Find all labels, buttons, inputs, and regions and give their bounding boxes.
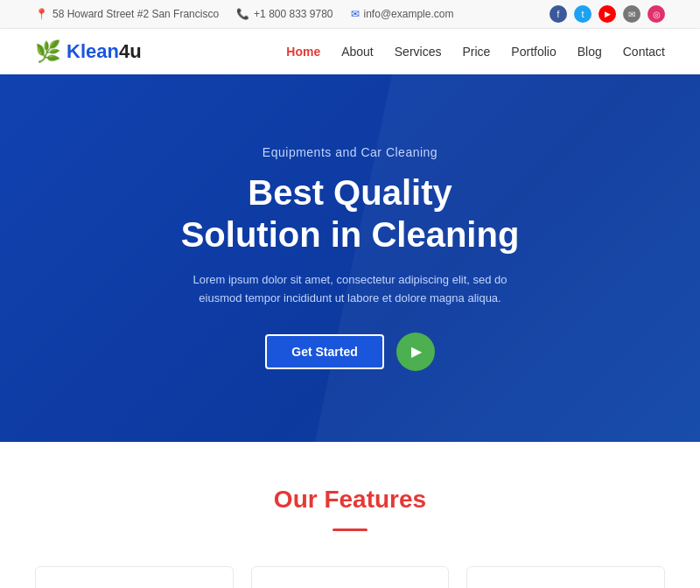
hero-content: Equipments and Car Cleaning Best Quality…	[158, 145, 542, 371]
logo-leaf-icon: 🌿	[35, 39, 61, 64]
twitter-icon[interactable]: t	[574, 5, 592, 23]
top-bar-left: 📍 58 Howard Street #2 San Francisco 📞 +1…	[35, 8, 453, 20]
features-grid: 👤 Export Team Lorem ipsum dolor sit amet…	[35, 566, 665, 588]
main-nav: Home About Services Price Portfolio Blog…	[286, 45, 665, 59]
hero-subtitle: Equipments and Car Cleaning	[175, 145, 525, 159]
phone-icon: 📞	[236, 8, 249, 20]
feature-card-0: 👤 Export Team Lorem ipsum dolor sit amet…	[35, 566, 234, 588]
address-text: 58 Howard Street #2 San Francisco	[52, 8, 219, 20]
nav-about[interactable]: About	[341, 45, 374, 59]
features-title: Our Features	[35, 486, 665, 514]
mail-icon[interactable]: ✉	[623, 5, 640, 23]
hero-title: Best Quality Solution in Cleaning	[175, 172, 525, 256]
logo: 🌿 Klean4u	[35, 39, 142, 64]
hero-section: Equipments and Car Cleaning Best Quality…	[0, 74, 700, 442]
nav-home[interactable]: Home	[286, 45, 320, 59]
facebook-icon[interactable]: f	[550, 5, 567, 23]
features-section: Our Features 👤 Export Team Lorem ipsum d…	[0, 442, 700, 588]
email-icon: ✉	[351, 8, 360, 20]
social-links: f t ▶ ✉ ◎	[550, 5, 665, 23]
email-item: ✉ info@example.com	[351, 8, 454, 20]
feature-card-2: 👍 100% Satisfaction Lorem ipsum dolor si…	[466, 566, 665, 588]
play-button[interactable]	[396, 332, 435, 371]
top-bar: 📍 58 Howard Street #2 San Francisco 📞 +1…	[0, 0, 700, 29]
get-started-button[interactable]: Get Started	[265, 334, 383, 369]
logo-text: Klean4u	[66, 40, 142, 63]
hero-actions: Get Started	[175, 332, 525, 371]
address-item: 📍 58 Howard Street #2 San Francisco	[35, 8, 219, 20]
nav-blog[interactable]: Blog	[578, 45, 602, 59]
phone-item: 📞 +1 800 833 9780	[236, 8, 332, 20]
location-icon: 📍	[35, 8, 48, 20]
phone-text: +1 800 833 9780	[254, 8, 332, 20]
email-text: info@example.com	[364, 8, 454, 20]
nav-services[interactable]: Services	[395, 45, 442, 59]
youtube-icon[interactable]: ▶	[598, 5, 616, 23]
nav-contact[interactable]: Contact	[623, 45, 665, 59]
header: 🌿 Klean4u Home About Services Price Port…	[0, 29, 700, 74]
feature-card-1: ✏ Eco-Friendly Lorem ipsum dolor sit ame…	[251, 566, 450, 588]
hero-description: Lorem ipsum dolor sit amet, consectetur …	[175, 271, 525, 308]
nav-portfolio[interactable]: Portfolio	[511, 45, 556, 59]
features-underline	[35, 519, 665, 535]
nav-price[interactable]: Price	[462, 45, 490, 59]
instagram-icon[interactable]: ◎	[648, 5, 665, 23]
